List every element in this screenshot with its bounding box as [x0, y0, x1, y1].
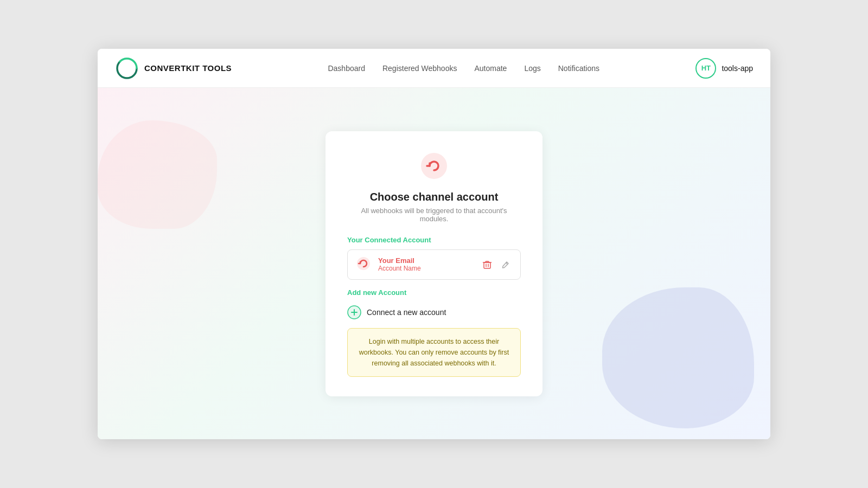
connected-section-label: Your Connected Account	[347, 236, 521, 244]
blob-right	[602, 287, 754, 428]
svg-rect-4	[484, 262, 490, 268]
warning-box: Login with multiple accounts to access t…	[347, 328, 521, 377]
browser-window: CONVERTKIT TOOLS Dashboard Registered We…	[98, 49, 770, 439]
logo-text: CONVERTKIT TOOLS	[144, 63, 232, 73]
main-content: Choose channel account All webhooks will…	[98, 88, 770, 439]
nav-item-notifications[interactable]: Notifications	[558, 63, 599, 73]
modal-icon-wrap	[347, 151, 521, 181]
nav-item-dashboard[interactable]: Dashboard	[328, 63, 365, 73]
navbar: CONVERTKIT TOOLS Dashboard Registered We…	[98, 49, 770, 88]
modal-title: Choose channel account	[347, 191, 521, 203]
user-name: tools-app	[722, 64, 753, 73]
account-icon-wrap	[355, 255, 372, 274]
connect-new-account-row[interactable]: Connect a new account	[347, 302, 521, 328]
nav-links: Dashboard Registered Webhooks Automate L…	[328, 63, 599, 73]
logo-area[interactable]: CONVERTKIT TOOLS	[115, 56, 232, 80]
svg-point-2	[421, 153, 447, 179]
nav-item-automate[interactable]: Automate	[474, 63, 507, 73]
modal-subtitle: All webhooks will be triggered to that a…	[347, 207, 521, 223]
modal-card: Choose channel account All webhooks will…	[326, 131, 542, 396]
blob-left	[98, 120, 217, 229]
channel-icon	[419, 151, 449, 181]
connect-label: Connect a new account	[367, 308, 446, 317]
delete-account-button[interactable]	[480, 258, 494, 272]
nav-item-logs[interactable]: Logs	[524, 63, 540, 73]
account-actions	[480, 258, 513, 272]
avatar[interactable]: HT	[695, 58, 716, 79]
add-section-label: Add new Account	[347, 288, 521, 297]
logo-icon	[115, 56, 139, 80]
nav-item-registered-webhooks[interactable]: Registered Webhooks	[382, 63, 457, 73]
account-row: Your Email Account Name	[347, 249, 521, 280]
user-area: HT tools-app	[695, 58, 753, 79]
account-info: Your Email Account Name	[378, 256, 480, 272]
account-name-line2: Account Name	[378, 265, 480, 272]
account-brand-icon	[355, 255, 372, 272]
warning-text: Login with multiple accounts to access t…	[359, 338, 509, 367]
account-name-line1: Your Email	[378, 256, 480, 265]
add-account-icon	[347, 305, 361, 319]
edit-account-button[interactable]	[499, 258, 513, 272]
